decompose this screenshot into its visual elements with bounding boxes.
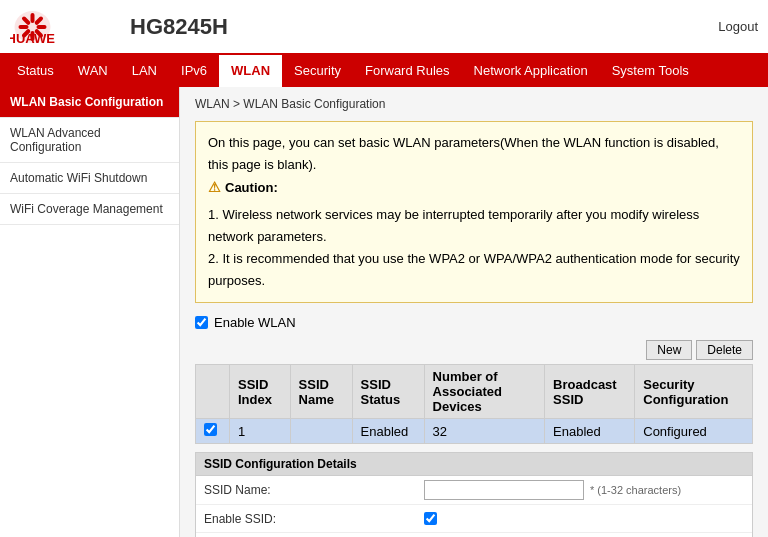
nav-item-network-application[interactable]: Network Application [462,55,600,87]
sidebar: WLAN Basic ConfigurationWLAN Advanced Co… [0,87,180,537]
config-label-0: SSID Name: [204,483,424,497]
ssid-cell-4: Enabled [545,419,635,444]
sidebar-item-automatic-wifi-shutdown[interactable]: Automatic WiFi Shutdown [0,163,179,194]
main-navigation: StatusWANLANIPv6WLANSecurityForward Rule… [0,55,768,87]
config-input-0[interactable] [424,480,584,500]
ssid-header-0 [196,365,230,419]
row-checkbox[interactable] [204,423,217,436]
ssid-header-3: SSID Status [352,365,424,419]
config-details-title: SSID Configuration Details [196,453,752,476]
config-row-1: Enable SSID: [196,505,752,533]
config-details: SSID Configuration Details SSID Name:* (… [195,452,753,537]
svg-rect-3 [37,25,47,29]
new-button[interactable]: New [646,340,692,360]
info-note: 2. It is recommended that you use the WP… [208,248,740,292]
nav-item-status[interactable]: Status [5,55,66,87]
ssid-table: SSID IndexSSID NameSSID StatusNumber of … [195,364,753,444]
svg-text:HUAWEI: HUAWEI [10,31,55,46]
ssid-cell-0: 1 [230,419,291,444]
info-intro: On this page, you can set basic WLAN par… [208,132,740,176]
nav-item-ipv6[interactable]: IPv6 [169,55,219,87]
ssid-header-4: Number of Associated Devices [424,365,545,419]
huawei-logo-icon: HUAWEI [10,7,55,47]
nav-item-system-tools[interactable]: System Tools [600,55,701,87]
header: HUAWEI HG8245H Logout [0,0,768,55]
ssid-cell-1 [290,419,352,444]
config-hint-0: * (1-32 characters) [590,484,681,496]
caution-label: ⚠ Caution: [208,176,740,200]
ssid-cell-3: 32 [424,419,545,444]
logout-button[interactable]: Logout [718,19,758,34]
nav-item-lan[interactable]: LAN [120,55,169,87]
config-value-1 [424,512,744,525]
info-box: On this page, you can set basic WLAN par… [195,121,753,303]
svg-rect-1 [31,13,35,23]
delete-button[interactable]: Delete [696,340,753,360]
logo-area: HUAWEI [10,7,110,47]
nav-item-security[interactable]: Security [282,55,353,87]
table-buttons: New Delete [195,340,753,360]
content-area: WLAN > WLAN Basic Configuration On this … [180,87,768,537]
sidebar-item-wifi-coverage-management[interactable]: WiFi Coverage Management [0,194,179,225]
config-checkbox-1[interactable] [424,512,437,525]
nav-item-forward-rules[interactable]: Forward Rules [353,55,462,87]
nav-item-wlan[interactable]: WLAN [219,55,282,87]
config-label-1: Enable SSID: [204,512,424,526]
ssid-header-5: Broadcast SSID [545,365,635,419]
config-row-0: SSID Name:* (1-32 characters) [196,476,752,505]
svg-rect-7 [19,25,29,29]
warning-icon: ⚠ [208,176,221,200]
sidebar-item-wlan-basic-configuration[interactable]: WLAN Basic Configuration [0,87,179,118]
enable-wlan-label: Enable WLAN [214,315,296,330]
config-row-2: Number of Associated Devices:* (1-32) [196,533,752,537]
main-layout: WLAN Basic ConfigurationWLAN Advanced Co… [0,87,768,537]
table-row[interactable]: 1Enabled32EnabledConfigured [196,419,753,444]
ssid-table-header: SSID IndexSSID NameSSID StatusNumber of … [196,365,753,419]
ssid-header-1: SSID Index [230,365,291,419]
ssid-header-2: SSID Name [290,365,352,419]
ssid-header-6: Security Configuration [635,365,753,419]
ssid-cell-5: Configured [635,419,753,444]
enable-wlan-row: Enable WLAN [195,315,753,330]
info-notes: 1. Wireless network services may be inte… [208,204,740,292]
enable-wlan-checkbox[interactable] [195,316,208,329]
config-fields: SSID Name:* (1-32 characters)Enable SSID… [196,476,752,537]
ssid-table-section: New Delete SSID IndexSSID NameSSID Statu… [195,340,753,444]
ssid-cell-2: Enabled [352,419,424,444]
breadcrumb: WLAN > WLAN Basic Configuration [195,97,753,111]
config-value-0: * (1-32 characters) [424,480,744,500]
model-title: HG8245H [110,14,718,40]
info-note: 1. Wireless network services may be inte… [208,204,740,248]
sidebar-item-wlan-advanced-configuration[interactable]: WLAN Advanced Configuration [0,118,179,163]
nav-item-wan[interactable]: WAN [66,55,120,87]
ssid-table-body: 1Enabled32EnabledConfigured [196,419,753,444]
